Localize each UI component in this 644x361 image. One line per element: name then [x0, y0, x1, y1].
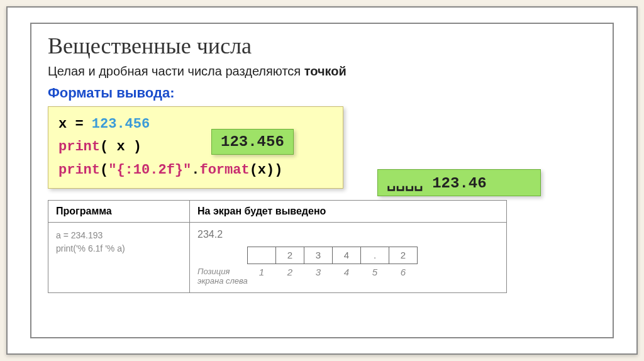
- example-table: Программа На экран будет выведено a = 23…: [48, 200, 507, 293]
- th-output: На экран будет выведено: [190, 200, 507, 222]
- code-close: (x)): [250, 162, 283, 178]
- slide-frame: Вещественные числа Целая и дробная части…: [6, 6, 638, 355]
- cell-2: 2: [275, 247, 304, 264]
- table-header-row: Программа На экран будет выведено: [48, 200, 507, 222]
- pos-5: 5: [360, 267, 389, 286]
- td-program: a = 234.193 print('% 6.1f '% a): [48, 222, 190, 292]
- subtitle-bold: точкой: [304, 64, 347, 78]
- table-row: a = 234.193 print('% 6.1f '% a) 234.2 2 …: [48, 222, 507, 292]
- position-numbers: 1 2 3 4 5 6: [248, 267, 418, 286]
- cell-5: .: [360, 247, 389, 264]
- prog-line-1: a = 234.193: [56, 229, 182, 242]
- pos-3: 3: [304, 267, 333, 286]
- pos-2: 2: [275, 267, 304, 286]
- section-label: Форматы вывода:: [48, 85, 596, 101]
- pos-4: 4: [332, 267, 361, 286]
- code-fmt: format: [199, 162, 249, 178]
- cell-3: 3: [304, 247, 333, 264]
- subtitle-text: Целая и дробная части числа разделяются: [48, 64, 304, 78]
- cells-row: 2 3 4 . 2: [248, 247, 499, 264]
- position-row: Позиция экрана слева 1 2 3 4 5 6: [197, 267, 499, 286]
- subtitle: Целая и дробная части числа разделяются …: [48, 64, 596, 79]
- pos-1: 1: [247, 267, 276, 286]
- code-str: "{:10.2f}": [108, 162, 191, 178]
- example-table-wrap: Программа На экран будет выведено a = 23…: [48, 200, 596, 293]
- code-block: x = 123.456 print( x ) print("{:10.2f}".…: [48, 106, 343, 189]
- code-area: x = 123.456 print( x ) print("{:10.2f}".…: [48, 106, 596, 189]
- code-open: (: [100, 162, 108, 178]
- pos-6: 6: [389, 267, 418, 286]
- th-program: Программа: [48, 200, 190, 222]
- code-fn-print1: print: [58, 139, 100, 155]
- code-fn-print2: print: [58, 162, 100, 178]
- code-eq: =: [67, 116, 92, 132]
- output-value: 234.2: [197, 229, 499, 240]
- code-line-3: print("{:10.2f}".format(x)): [58, 159, 333, 182]
- td-output: 234.2 2 3 4 . 2 Позиция экрана слева: [190, 222, 507, 292]
- cell-4: 4: [332, 247, 361, 264]
- code-num: 123.456: [92, 116, 150, 132]
- code-args1: ( x ): [100, 139, 142, 155]
- prog-code: a = 234.193 print('% 6.1f '% a): [56, 229, 182, 255]
- prog-line-2: print('% 6.1f '% a): [56, 242, 182, 255]
- code-var: x: [58, 116, 67, 132]
- output-badge-2: ␣␣␣␣ 123.46: [377, 169, 541, 196]
- cell-1: [247, 247, 276, 264]
- position-label: Позиция экрана слева: [197, 267, 248, 286]
- output-badge-1: 123.456: [211, 129, 294, 155]
- inner-frame: Вещественные числа Целая и дробная части…: [30, 23, 614, 338]
- slide-title: Вещественные числа: [48, 33, 596, 59]
- cell-6: 2: [389, 247, 418, 264]
- code-dot: .: [191, 162, 199, 178]
